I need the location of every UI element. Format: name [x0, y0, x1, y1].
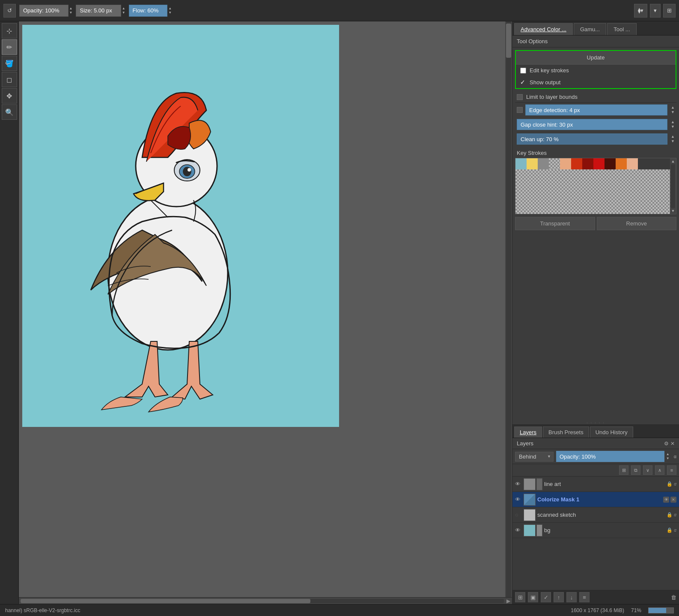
swatch-darkgrayred[interactable]	[605, 158, 616, 169]
select-tool[interactable]: ⊹	[2, 23, 17, 38]
tab-tool[interactable]: Tool ...	[607, 23, 636, 35]
canvas-scroll[interactable]	[19, 21, 505, 597]
swatch-gray[interactable]	[538, 158, 549, 169]
swatch-red[interactable]	[593, 158, 605, 169]
layer-visibility-hidden-icon[interactable]: ○	[515, 512, 522, 518]
opacity-layer-down[interactable]: ▼	[666, 456, 670, 461]
layer-delete-button[interactable]: 🗑	[671, 594, 676, 601]
tab-undo-history[interactable]: Undo History	[590, 426, 633, 438]
tab-advanced-color[interactable]: Advanced Color ...	[514, 23, 573, 35]
edge-detection-slider[interactable]: Edge detection: 4 px	[525, 104, 667, 116]
size-up-arrow[interactable]: ▲	[122, 6, 125, 11]
cleanup-up[interactable]: ▲	[671, 134, 675, 139]
swatch-salmon[interactable]	[560, 158, 571, 169]
edge-up[interactable]: ▲	[671, 105, 675, 110]
tab-gamu[interactable]: Gamu...	[574, 23, 606, 35]
size-down-arrow[interactable]: ▼	[122, 11, 125, 15]
clean-up-slider[interactable]: Clean up: 70 %	[517, 133, 667, 145]
layers-list[interactable]: 👁 line art 🔒 α 👁	[512, 477, 679, 590]
layer-visibility-icon[interactable]: 👁	[515, 481, 522, 487]
swatch-orangered[interactable]	[571, 158, 582, 169]
swatch-yellow[interactable]	[527, 158, 538, 169]
layer-x-icon[interactable]: ✕	[670, 497, 676, 503]
canvas-vscroll-track[interactable]	[506, 21, 511, 597]
canvas-vscroll[interactable]	[505, 21, 512, 597]
layer-visibility-icon[interactable]: 👁	[515, 496, 522, 503]
layer-up-button[interactable]: ∨	[643, 465, 652, 475]
layer-add-button[interactable]: ⊞	[619, 465, 628, 475]
swatch-empty1[interactable]	[549, 158, 560, 169]
reset-button[interactable]: ↺	[3, 4, 16, 18]
layer-item-bg[interactable]: 👁 bg 🔒 α	[512, 523, 679, 538]
swatch-orange[interactable]	[616, 158, 627, 169]
tab-brush-presets[interactable]: Brush Presets	[543, 426, 589, 438]
layer-check-button[interactable]: ✓	[541, 592, 551, 602]
layer-item-selected[interactable]: 👁 Colorize Mask 1 👁 ✕	[512, 492, 679, 507]
opacity-layer-up[interactable]: ▲	[666, 452, 670, 456]
opacity-up-arrow[interactable]: ▲	[69, 6, 73, 11]
layer-down-footer-button[interactable]: ↓	[566, 592, 577, 602]
extra-options-button[interactable]: ▾	[650, 4, 661, 18]
layer-group-button[interactable]: ▣	[528, 592, 538, 602]
size-arrows[interactable]: ▲ ▼	[122, 6, 125, 15]
edit-keystrokes-checkbox[interactable]	[520, 68, 526, 74]
layer-up-footer-button[interactable]: ↑	[554, 592, 564, 602]
transparent-button[interactable]: Transparent	[515, 217, 595, 230]
layer-down-button[interactable]: ∧	[655, 465, 664, 475]
edge-down[interactable]: ▼	[671, 110, 675, 115]
paint-tool[interactable]: ✏	[2, 39, 17, 55]
gap-down[interactable]: ▼	[671, 124, 675, 129]
fill-tool[interactable]: 🪣	[2, 56, 17, 71]
swatches-checker[interactable]	[515, 169, 670, 214]
gap-up[interactable]: ▲	[671, 120, 675, 124]
remove-button[interactable]: Remove	[597, 217, 677, 230]
cleanup-down[interactable]: ▼	[671, 139, 675, 144]
zoom-tool[interactable]: 🔍	[2, 104, 17, 120]
layer-visibility-icon[interactable]: 👁	[515, 527, 522, 533]
color-swatches[interactable]	[515, 158, 670, 214]
clean-up-arrows[interactable]: ▲ ▼	[671, 134, 675, 144]
layer-item[interactable]: 👁 line art 🔒 α	[512, 477, 679, 492]
layout-button[interactable]: ⊞	[663, 4, 676, 18]
layer-add-footer-button[interactable]: ⊞	[515, 592, 525, 602]
resize-handle[interactable]: · · · · ·	[512, 421, 679, 424]
opacity-layer-arrows[interactable]: ▲ ▼	[666, 452, 670, 461]
scroll-right-arrow[interactable]: ▶	[506, 598, 510, 604]
ks-up-arrow[interactable]: ▲	[670, 158, 676, 164]
flow-up-arrow[interactable]: ▲	[168, 6, 172, 11]
move-tool[interactable]: ✥	[2, 88, 17, 104]
swatch-darkred[interactable]	[582, 158, 593, 169]
limit-layer-checkbox[interactable]	[517, 94, 523, 100]
flow-value[interactable]: Flow: 60%	[129, 5, 168, 17]
flow-arrows[interactable]: ▲ ▼	[168, 6, 172, 15]
blend-mode-select[interactable]: Behind Normal Multiply	[515, 452, 554, 462]
layers-settings-icon[interactable]: ⚙	[664, 441, 669, 447]
opacity-arrows[interactable]: ▲ ▼	[69, 6, 73, 15]
gap-close-slider[interactable]: Gap close hint: 30 px	[517, 119, 667, 130]
swatch-lightpink[interactable]	[627, 158, 638, 169]
brush-options-button[interactable]: ⧫▾	[634, 4, 647, 18]
edge-detection-arrows[interactable]: ▲ ▼	[671, 105, 675, 115]
zoom-slider[interactable]	[648, 607, 674, 613]
ks-down-arrow[interactable]: ▼	[670, 208, 676, 214]
opacity-down-arrow[interactable]: ▼	[69, 11, 73, 15]
erase-tool[interactable]: ◻	[2, 72, 17, 87]
flow-down-arrow[interactable]: ▼	[168, 11, 172, 15]
layer-menu-button[interactable]: ≡	[579, 592, 590, 602]
layer-list-button[interactable]: ≡	[667, 465, 676, 475]
canvas-vscroll-thumb[interactable]	[506, 24, 511, 58]
update-button[interactable]: Update	[516, 51, 676, 65]
layers-close-icon[interactable]: ✕	[670, 441, 675, 447]
layer-copy-button[interactable]: ⧉	[631, 465, 640, 475]
gap-close-arrows[interactable]: ▲ ▼	[671, 120, 675, 129]
canvas[interactable]	[22, 25, 339, 427]
canvas-hscroll[interactable]: ▶	[19, 597, 512, 604]
opacity-value[interactable]: Opacity: 100%	[19, 5, 68, 17]
key-strokes-scrollbar[interactable]: ▲ ▼	[670, 158, 676, 214]
opacity-bar[interactable]: Opacity: 100%	[556, 451, 664, 462]
swatch-lightblue[interactable]	[515, 158, 527, 169]
tab-layers[interactable]: Layers	[514, 426, 542, 438]
size-value[interactable]: Size: 5.00 px	[76, 5, 121, 17]
hscroll-thumb[interactable]	[21, 599, 310, 603]
ks-scroll-track[interactable]	[671, 164, 675, 208]
